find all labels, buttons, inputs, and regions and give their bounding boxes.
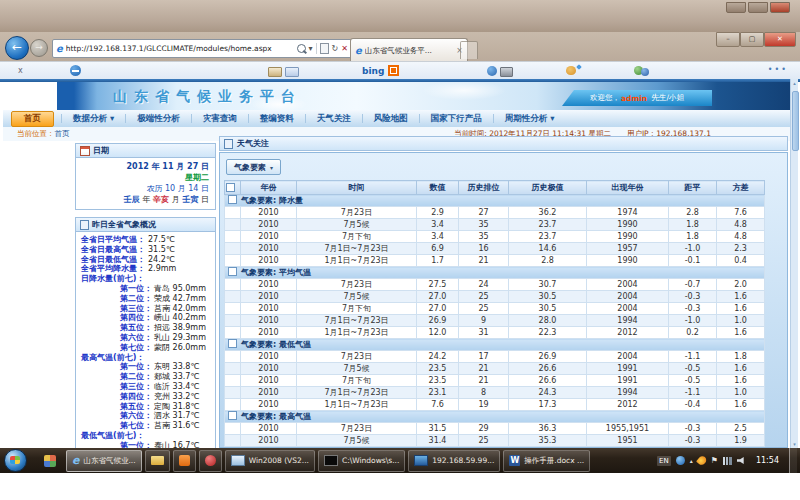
welcome-ribbon: 欢迎您，admin 先生/小姐 [562, 90, 712, 106]
group-expand-checkbox[interactable] [228, 411, 237, 420]
network-icon[interactable] [723, 457, 732, 465]
close-button[interactable]: ✕ [764, 32, 796, 47]
rank-value: 郯城 33.7℃ [154, 372, 199, 382]
element-select-button[interactable]: 气象要素 ▾ [226, 159, 281, 175]
page-scrollbar[interactable]: ▴ ▾ [790, 79, 798, 448]
cell: 2.9 [417, 207, 459, 219]
menu-item-8[interactable]: 国家下行产品 [420, 113, 493, 125]
column-header-5: 历史极值 [509, 181, 587, 195]
cell: 2012 [587, 399, 669, 411]
tray-clock[interactable]: 11:54 [751, 456, 784, 465]
group-expand-checkbox[interactable] [228, 195, 237, 204]
volume-icon[interactable] [737, 457, 746, 465]
table-row[interactable]: 20107月23日31.52936.31955,1951-0.32.5 [225, 423, 765, 435]
browser-forward-button[interactable]: → [30, 39, 48, 57]
rank-label: 第七位： [120, 421, 152, 431]
pinned-app-icon[interactable] [44, 455, 56, 467]
more-options-dots-icon[interactable]: ••• [768, 65, 788, 74]
table-row[interactable]: 20107月5候27.02530.52004-0.31.6 [225, 291, 765, 303]
table-group-row-3[interactable]: 气象要素: 最低气温 [225, 339, 765, 351]
card-icon[interactable] [268, 67, 282, 77]
taskbar-button-7[interactable]: 192.168.59.99... [408, 450, 500, 472]
bing-logo[interactable]: bing [362, 66, 384, 76]
table-row[interactable]: 20107月23日27.52430.72004-0.72.0 [225, 279, 765, 291]
mail-icon[interactable] [285, 67, 299, 77]
stop-icon[interactable]: ✕ [341, 44, 348, 54]
cell: 2010 [241, 375, 297, 387]
menu-item-5[interactable]: 整编资料 [249, 113, 305, 125]
browser-back-button[interactable]: ← [5, 36, 29, 60]
browser-tab[interactable]: e 山东省气候业务平... × [350, 38, 468, 62]
table-row[interactable]: 20107月下旬27.02530.52004-0.31.6 [225, 303, 765, 315]
scrollbar-thumb[interactable] [792, 91, 799, 151]
taskbar-button-6[interactable]: C:\Windows\s... [318, 450, 405, 472]
table-row[interactable]: 20107月23日2.92736.219742.87.6 [225, 207, 765, 219]
table-row[interactable]: 20107月5候31.42535.31951-0.31.9 [225, 435, 765, 447]
search-dropdown-caret-icon[interactable]: ▾ [309, 44, 313, 54]
table-row[interactable]: 20101月1日~7月23日1.7212.81990-0.10.4 [225, 255, 765, 267]
cell: 1990 [587, 219, 669, 231]
menu-item-3[interactable]: 极端性分析 [126, 113, 191, 125]
table-row[interactable]: 20107月下旬23.52126.61991-0.51.6 [225, 375, 765, 387]
cell: 4.8 [717, 231, 765, 243]
table-row[interactable]: 20101月1日~7月23日7.61917.32012-0.41.6 [225, 399, 765, 411]
scroll-down-icon[interactable]: ▾ [791, 440, 798, 448]
compatibility-view-icon[interactable] [320, 43, 329, 54]
address-bar[interactable]: e http://192.168.137.1/GLCCLIMATE/module… [52, 39, 352, 58]
circle-slash-icon[interactable] [70, 65, 81, 76]
minimize-button[interactable]: – [716, 32, 740, 47]
table-row[interactable]: 20107月下旬3.43523.719901.84.8 [225, 231, 765, 243]
scroll-up-icon[interactable]: ▴ [791, 79, 798, 87]
blue-badge-icon[interactable] [487, 66, 497, 76]
address-input[interactable]: http://192.168.137.1/GLCCLIMATE/modules/… [66, 44, 294, 53]
start-button[interactable] [4, 449, 27, 472]
table-row[interactable]: 20107月5候3.43523.719901.84.8 [225, 219, 765, 231]
flame-tray-icon[interactable] [696, 454, 708, 466]
orange-box-icon[interactable] [388, 65, 399, 76]
cell: 2010 [241, 243, 297, 255]
menu-item-7[interactable]: 风险地图 [363, 113, 419, 125]
tray-expand-icon[interactable]: ▴ [690, 457, 693, 464]
bg-minimize-button[interactable] [726, 2, 746, 13]
menu-item-6[interactable]: 天气关注 [306, 113, 362, 125]
table-row[interactable]: 20101月1日~7月23日12.03122.320120.21.6 [225, 327, 765, 339]
bg-maximize-button[interactable] [748, 2, 768, 13]
ie-favicon: e [56, 44, 63, 54]
breadcrumb-home-link[interactable]: 首页 [55, 129, 70, 138]
language-indicator[interactable]: EN [657, 456, 671, 466]
table-row[interactable]: 20107月1日~7月23日23.1824.31994-1.11.0 [225, 387, 765, 399]
bg-close-button[interactable] [770, 2, 790, 13]
taskbar-button-1[interactable]: e山东省气候业... [66, 450, 142, 472]
menu-item-1[interactable]: 首页 [11, 111, 54, 127]
menu-item-9[interactable]: 周期性分析 ▾ [494, 113, 566, 125]
table-group-row-2[interactable]: 气象要素: 平均气温 [225, 267, 765, 279]
group-expand-checkbox[interactable] [228, 267, 237, 276]
restore-button[interactable]: ▢ [740, 32, 764, 47]
new-tab-button[interactable] [460, 41, 478, 59]
refresh-icon[interactable]: ↻ [332, 44, 339, 54]
menu-item-2[interactable]: 数据分析 ▾ [62, 113, 125, 125]
paw-icon[interactable] [566, 66, 576, 75]
welcome-prefix: 欢迎您， [590, 93, 620, 103]
addon-close-icon[interactable]: x [18, 66, 23, 75]
table-row[interactable]: 20107月23日24.21726.92004-1.11.8 [225, 351, 765, 363]
table-group-row-1[interactable]: 气象要素: 降水量 [225, 195, 765, 207]
group-expand-checkbox[interactable] [228, 339, 237, 348]
taskbar-button-5[interactable]: Win2008 (VS2... [225, 450, 315, 472]
search-icon[interactable] [297, 44, 306, 53]
show-desktop-button[interactable] [789, 448, 797, 473]
column-header-6: 出现年份 [587, 181, 669, 195]
table-group-row-4[interactable]: 气象要素: 最高气温 [225, 411, 765, 423]
taskbar-button-2[interactable] [145, 450, 170, 472]
table-row[interactable]: 20107月5候23.52126.61991-0.51.6 [225, 363, 765, 375]
action-center-flag-icon[interactable]: ⚑ [711, 456, 718, 465]
taskbar-button-8[interactable]: W操作手册.docx ... [503, 450, 590, 472]
taskbar-button-3[interactable] [173, 450, 196, 472]
table-row[interactable]: 20107月1日~7月23日6.91614.61957-1.02.3 [225, 243, 765, 255]
menu-item-4[interactable]: 灾害查询 [192, 113, 248, 125]
select-all-checkbox[interactable] [226, 183, 235, 192]
taskbar-button-4[interactable] [199, 450, 222, 472]
camera-icon[interactable] [500, 67, 513, 77]
globe-tray-icon[interactable] [676, 456, 685, 465]
table-row[interactable]: 20107月1日~7月23日26.9928.01994-1.01.0 [225, 315, 765, 327]
